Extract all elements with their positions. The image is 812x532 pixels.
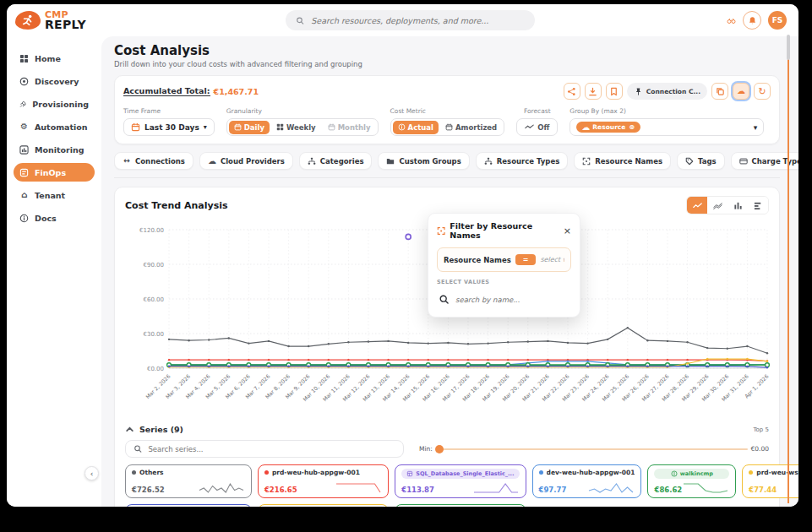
series-card[interactable]: SQL_Database_Single_Elastic_...€113.87 (395, 464, 526, 498)
group-by-chip[interactable]: ☁ Resource ⊗ (576, 122, 640, 133)
series-card[interactable]: dev-weu-mgmt-bastionvm-001€46.76 (395, 504, 526, 507)
slider-track[interactable] (436, 448, 748, 450)
card-icon (739, 157, 748, 166)
chip-remove-icon[interactable]: ⊗ (629, 123, 635, 131)
series-section-title[interactable]: Series (9) (139, 425, 183, 434)
series-cards: Others€726.52prd-weu-hub-appgw-001€216.6… (125, 464, 769, 507)
series-color-dot (132, 470, 136, 475)
sidebar-item-docs[interactable]: Docs (14, 209, 95, 227)
series-card[interactable]: walkincmp€86.62 (647, 464, 736, 498)
sidebar: HomeDiscoveryProvisioning⚙AutomationMoni… (7, 36, 101, 507)
popup-title: Filter by Resource Names (450, 221, 559, 240)
multi-line-chart-toggle[interactable] (707, 197, 728, 214)
bookmark-button[interactable] (606, 83, 623, 100)
filter-tab-cloud-providers[interactable]: ☁Cloud Providers (199, 152, 293, 170)
series-color-dot (264, 470, 269, 475)
page-title: Cost Analysis (114, 43, 780, 58)
cloud-icon: ☁ (737, 87, 746, 96)
series-card[interactable]: dev-weu-hub-appgw-001€97.77 (532, 464, 642, 498)
calendar-icon (234, 123, 242, 131)
global-search-input[interactable] (311, 16, 525, 25)
connections-icon: ↔ (123, 157, 131, 166)
series-sparkline (335, 482, 382, 494)
slider-thumb[interactable] (435, 445, 444, 453)
sidebar-item-tenant[interactable]: ⌂Tenant (14, 186, 95, 204)
refresh-button[interactable]: ↻ (754, 83, 771, 100)
line-chart-toggle[interactable] (687, 197, 707, 214)
close-icon[interactable]: × (564, 225, 571, 236)
sidebar-item-finops[interactable]: FinOps (14, 163, 95, 182)
filter-tab-custom-groups[interactable]: Custom Groups (378, 152, 469, 170)
group-by-chip-label: Resource (592, 123, 625, 131)
filter-tab-resource-names[interactable]: Resource Names (574, 152, 671, 170)
sidebar-item-home[interactable]: Home (14, 49, 95, 68)
popup-search-input[interactable] (455, 296, 548, 304)
user-avatar[interactable]: FS (768, 11, 787, 30)
download-icon (588, 87, 597, 96)
filter-tab-resource-types[interactable]: Resource Types (476, 152, 568, 170)
hbar-chart-toggle[interactable] (748, 197, 768, 214)
series-search[interactable] (125, 440, 404, 458)
copy-button[interactable] (711, 83, 728, 100)
chart-title: Cost Trend Analysis (125, 200, 228, 211)
chart-area: €0.00€30.00€60.00€90.00€120.00Mar 2, 202… (125, 218, 769, 420)
forecast-label: Forecast (516, 107, 558, 115)
forecast-control: Forecast Off (516, 107, 558, 136)
explore-binoculars-icon[interactable] (727, 16, 736, 25)
info-icon (671, 470, 678, 477)
global-search[interactable] (286, 10, 535, 30)
granularity-daily[interactable]: Daily (229, 121, 270, 134)
popup-search[interactable] (437, 290, 571, 308)
popup-filter-row[interactable]: Resource Names = select valu... (437, 247, 571, 272)
series-card[interactable]: prd-weu-wshared-signalr-001€51.49 (125, 504, 252, 507)
multi-line-icon (713, 201, 722, 210)
scrollbar-track[interactable] (787, 57, 789, 503)
cloud-view-button[interactable]: ☁ (733, 83, 749, 100)
svg-text:€30.00: €30.00 (144, 331, 165, 338)
share-button[interactable] (564, 83, 580, 100)
series-name: prd-weu-hub-appgw-001 (272, 469, 360, 476)
group-by-select[interactable]: ☁ Resource ⊗ ▾ (569, 118, 764, 136)
granularity-monthly[interactable]: Monthly (323, 121, 376, 134)
home-icon: ⌂ (19, 191, 29, 200)
sidebar-item-label: Discovery (35, 77, 79, 86)
filter-tab-connections[interactable]: ↔Connections (114, 152, 193, 170)
sidebar-item-discovery[interactable]: Discovery (14, 72, 95, 90)
pinned-connection-pill[interactable]: Connection C... (627, 83, 707, 100)
cost-metric-actual[interactable]: Actual (393, 121, 439, 134)
brackets-icon (437, 226, 445, 236)
search-icon (134, 444, 142, 453)
chevron-up-icon[interactable] (125, 425, 134, 434)
series-card[interactable]: prd-weu-wshared-law-001€77.44 (742, 464, 798, 498)
sidebar-item-label: Home (35, 54, 61, 63)
operator-chip[interactable]: = (515, 254, 537, 265)
time-frame-select[interactable]: Last 30 Days ▾ (123, 118, 215, 136)
forecast-toggle[interactable]: Off (516, 118, 558, 136)
sidebar-item-automation[interactable]: ⚙Automation (14, 117, 95, 136)
bar-chart-toggle[interactable] (728, 197, 748, 214)
series-search-input[interactable] (148, 445, 395, 453)
download-button[interactable] (585, 83, 602, 100)
popup-field-label: Resource Names (444, 256, 511, 264)
granularity-weekly[interactable]: Weekly (271, 121, 321, 134)
filter-tab-tags[interactable]: Tags (677, 152, 725, 170)
sidebar-item-monitoring[interactable]: Monitoring (14, 140, 95, 159)
scrollbar-thumb[interactable] (787, 35, 790, 60)
finops-doc-icon (19, 168, 29, 177)
series-color-dot (749, 470, 753, 475)
series-card[interactable]: prd-weu-hub-appgw-001€216.65 (258, 464, 389, 498)
db-icon (406, 470, 413, 477)
logo[interactable]: CMP REPLY (15, 11, 86, 30)
series-card[interactable]: Others€726.52 (125, 464, 252, 498)
series-card[interactable]: prd-weu-wprojections-sqldb-...€50.59 (258, 504, 389, 507)
sidebar-collapse-button[interactable]: ‹ (84, 466, 99, 480)
sidebar-item-label: Monitoring (35, 145, 84, 155)
notifications-bell-icon[interactable] (743, 11, 761, 30)
sidebar-item-label: Docs (35, 214, 57, 223)
chevron-down-icon: ▾ (754, 123, 758, 132)
filter-tab-categories[interactable]: Categories (299, 152, 373, 170)
sidebar-item-provisioning[interactable]: Provisioning (14, 95, 95, 113)
series-value: €97.77 (539, 486, 567, 494)
cost-metric-amortized[interactable]: Amortized (440, 121, 502, 134)
hierarchy-icon (308, 157, 316, 166)
